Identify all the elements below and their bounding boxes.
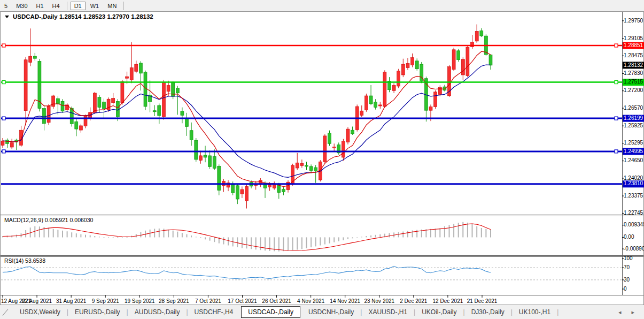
macd-histogram-bar: [182, 233, 183, 237]
macd-histogram-bar: [25, 230, 26, 237]
timeframe-button-h1[interactable]: H1: [33, 2, 48, 10]
rsi-axis-label: 70: [624, 264, 630, 270]
line-handle[interactable]: [615, 150, 618, 153]
mt4-window: 5M30H1H4D1W1MN 1.297501.291051.284751.27…: [0, 0, 644, 319]
price-axis-label: 1.22745: [624, 210, 643, 216]
macd-histogram-bar: [48, 228, 49, 238]
macd-histogram-bar: [370, 236, 371, 238]
candle-body: [397, 71, 400, 86]
line-handle[interactable]: [615, 44, 618, 47]
tabbar-gripper: [0, 307, 14, 317]
tab-usdcnh-daily[interactable]: USDCNH-,Daily: [302, 307, 360, 317]
macd-histogram-bar: [412, 231, 413, 238]
macd-histogram-bar: [76, 233, 77, 237]
price-axis-label: 1.23375: [624, 193, 643, 199]
timeframe-button-m30[interactable]: M30: [12, 2, 31, 10]
macd-histogram-bar: [260, 237, 261, 250]
line-handle[interactable]: [2, 117, 5, 120]
rsi-axis-label: 100: [624, 255, 633, 261]
candle-body: [346, 129, 350, 142]
tab-scroll-arrows[interactable]: ◂ ▸: [618, 309, 639, 316]
macd-histogram-bar: [80, 234, 81, 238]
candle-body: [466, 47, 469, 75]
candle-body: [452, 50, 455, 70]
macd-histogram-bar: [99, 237, 100, 237]
line-handle[interactable]: [2, 81, 5, 84]
candle-body: [121, 81, 124, 103]
candle-body: [162, 82, 166, 117]
tab-eurusd-daily[interactable]: EURUSD-,Daily: [69, 307, 126, 317]
macd-histogram-bar: [306, 237, 307, 248]
candle-body: [328, 133, 331, 143]
chart-area: 1.297501.291051.284751.278301.272001.265…: [0, 12, 644, 305]
candle-body: [144, 72, 147, 107]
macd-histogram-bar: [196, 237, 197, 237]
macd-axis-label: 0.009345: [624, 222, 644, 227]
chart-tabs-bar: USDX,Weekly|EURUSD-,Daily|AUDUSD-,Daily|…: [0, 305, 644, 319]
macd-histogram-bar: [173, 231, 174, 238]
price-axis-label: 1.24020: [624, 175, 643, 181]
macd-histogram-bar: [67, 231, 68, 237]
candle-body: [195, 140, 198, 160]
macd-histogram-bar: [108, 237, 109, 238]
timeframe-button-d1[interactable]: D1: [71, 2, 86, 10]
macd-histogram-bar: [251, 237, 252, 249]
macd-histogram-bar: [343, 237, 344, 240]
candle-body: [153, 111, 156, 112]
timeframe-button-w1[interactable]: W1: [87, 2, 103, 10]
timeframe-button-5[interactable]: 5: [1, 2, 11, 10]
line-handle[interactable]: [2, 150, 5, 153]
date-label: 2 Dec 2021: [400, 298, 428, 304]
macd-histogram-bar: [320, 237, 321, 245]
macd-histogram-bar: [223, 237, 224, 244]
candle-body: [443, 87, 446, 90]
macd-histogram-bar: [159, 229, 160, 238]
candle-body: [107, 99, 110, 110]
candle-body: [167, 86, 170, 92]
rsi-label: RSI(14) 53.6538: [4, 257, 45, 264]
date-label: 22 Aug 2021: [22, 298, 52, 304]
tab-usdcad-daily[interactable]: USDCAD-,Daily: [241, 306, 300, 318]
candle-body: [47, 106, 50, 123]
candle-body: [181, 111, 184, 116]
chart-title: USDCAD-,Daily 1.28514 1.28523 1.27970 1.…: [13, 13, 153, 20]
macd-histogram-bar: [352, 237, 353, 238]
macd-histogram-bar: [366, 236, 367, 237]
price-axis-label: 1.29105: [624, 35, 643, 41]
tab-dj30-daily[interactable]: DJ30-,Daily: [465, 307, 510, 317]
tab-usdchf-h4[interactable]: USDCHF-,H4: [189, 307, 239, 317]
timeframe-toolbar: 5M30H1H4D1W1MN: [0, 0, 644, 12]
price-axis-label: 1.28475: [624, 52, 643, 58]
line-handle[interactable]: [615, 81, 618, 84]
candle-body: [360, 111, 363, 115]
tab-xauusd-h1[interactable]: XAUUSD-,H1: [362, 307, 413, 317]
line-handle[interactable]: [2, 44, 5, 47]
candle-body: [383, 72, 386, 107]
macd-histogram-bar: [430, 229, 431, 238]
tab-ukoil-daily[interactable]: UKOil-,Daily: [416, 307, 462, 317]
timeframe-button-mn[interactable]: MN: [104, 2, 120, 10]
macd-histogram-bar: [39, 226, 40, 237]
macd-histogram-bar: [347, 237, 348, 239]
price-chart: 1.297501.291051.284751.278301.272001.265…: [0, 12, 644, 305]
tab-audusd-daily[interactable]: AUDUSD-,Daily: [129, 307, 186, 317]
date-label: 4 Nov 2021: [297, 298, 325, 304]
candle-body: [480, 31, 483, 36]
macd-histogram-bar: [333, 237, 335, 242]
candle-body: [10, 142, 13, 147]
macd-histogram-bar: [458, 223, 459, 237]
timeframe-button-h4[interactable]: H4: [49, 2, 64, 10]
macd-histogram-bar: [283, 237, 284, 251]
candle-body: [434, 92, 437, 107]
date-label: 28 Sep 2021: [159, 298, 189, 304]
line-handle[interactable]: [615, 117, 618, 120]
macd-histogram-bar: [90, 236, 91, 238]
tab-usdx-weekly[interactable]: USDX,Weekly: [14, 307, 66, 317]
candle-body: [79, 126, 82, 130]
macd-histogram-bar: [104, 237, 105, 238]
macd-histogram-bar: [154, 229, 155, 237]
macd-histogram-bar: [113, 237, 114, 238]
tab-uk100-h1[interactable]: UK100-,H1: [513, 307, 556, 317]
price-axis-label: 1.26570: [624, 105, 643, 111]
candle-body: [33, 56, 36, 58]
